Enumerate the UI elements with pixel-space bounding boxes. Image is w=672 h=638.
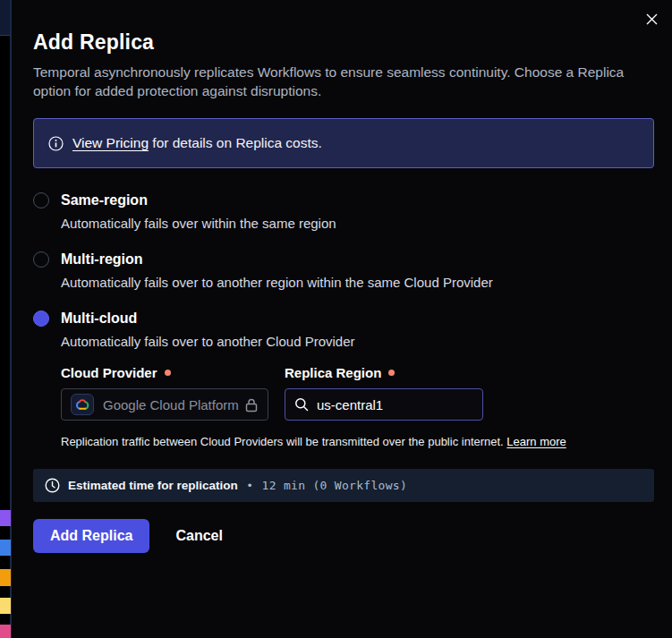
backdrop-color-chip-yellow	[0, 598, 11, 614]
cloud-provider-label-text: Cloud Provider	[61, 365, 157, 380]
multi-region-description: Automatically fails over to another regi…	[61, 275, 651, 290]
required-dot	[388, 370, 395, 376]
estimate-value: 12 min (0 Workflows)	[262, 479, 408, 492]
view-pricing-link[interactable]: View Pricing	[72, 135, 149, 150]
backdrop-color-chip-purple	[0, 510, 11, 526]
cloud-provider-select: Google Cloud Platform	[61, 388, 268, 421]
add-replica-button[interactable]: Add Replica	[33, 519, 149, 553]
backdrop-color-chip-orange	[0, 569, 11, 586]
pricing-banner-text: View Pricing for details on Replica cost…	[72, 135, 322, 151]
multi-cloud-label[interactable]: Multi-cloud	[61, 310, 137, 327]
option-multi-region: Multi-region Automatically fails over to…	[33, 251, 651, 290]
multi-cloud-description: Automatically fails over to another Clou…	[61, 334, 651, 349]
search-icon	[294, 397, 309, 412]
background-header-fragment	[0, 0, 10, 36]
pricing-banner-text-after: for details on Replica costs.	[149, 135, 322, 150]
public-internet-note: Replication traffic between Cloud Provid…	[61, 435, 651, 448]
cloud-provider-field-group: Cloud Provider	[61, 365, 268, 421]
background-page-sliver	[0, 0, 12, 638]
replica-region-value: us-central1	[317, 397, 383, 413]
replica-region-label: Replica Region	[285, 365, 483, 380]
pricing-info-banner: View Pricing for details on Replica cost…	[33, 118, 654, 168]
replica-region-input[interactable]: us-central1	[285, 388, 483, 421]
cloud-provider-value: Google Cloud Platform	[103, 397, 239, 413]
public-internet-note-text: Replication traffic between Cloud Provid…	[61, 435, 506, 448]
learn-more-link[interactable]: Learn more	[506, 435, 566, 448]
add-replica-modal: Add Replica Temporal asynchronously repl…	[12, 0, 672, 638]
option-multi-cloud: Multi-cloud Automatically fails over to …	[33, 310, 651, 448]
multi-region-radio[interactable]	[33, 251, 49, 268]
cloud-provider-label: Cloud Provider	[61, 365, 268, 380]
same-region-description: Automatically fails over within the same…	[61, 216, 651, 231]
required-dot	[165, 370, 171, 376]
clock-icon	[45, 478, 60, 493]
estimate-separator: •	[248, 479, 252, 492]
same-region-radio[interactable]	[33, 192, 49, 208]
backdrop-color-chip-pink	[0, 625, 11, 638]
multi-region-label[interactable]: Multi-region	[61, 251, 143, 268]
modal-description: Temporal asynchronously replicates Workf…	[33, 63, 638, 100]
replica-region-label-text: Replica Region	[285, 365, 381, 380]
multi-cloud-radio[interactable]	[33, 310, 49, 327]
same-region-label[interactable]: Same-region	[61, 192, 148, 208]
lock-icon	[244, 397, 259, 413]
page-title: Add Replica	[33, 30, 651, 55]
backdrop-color-chip-blue	[0, 540, 11, 556]
replica-options-group: Same-region Automatically fails over wit…	[33, 192, 651, 448]
estimate-label: Estimated time for replication	[68, 479, 238, 492]
cancel-button[interactable]: Cancel	[175, 528, 222, 544]
option-same-region: Same-region Automatically fails over wit…	[33, 192, 651, 231]
replica-region-field-group: Replica Region us-centr	[285, 365, 483, 421]
gcp-logo-icon	[71, 394, 94, 415]
modal-footer: Add Replica Cancel	[33, 519, 651, 553]
multi-cloud-form: Cloud Provider	[61, 365, 651, 448]
estimated-time-banner: Estimated time for replication • 12 min …	[33, 469, 654, 502]
info-icon	[48, 136, 64, 151]
